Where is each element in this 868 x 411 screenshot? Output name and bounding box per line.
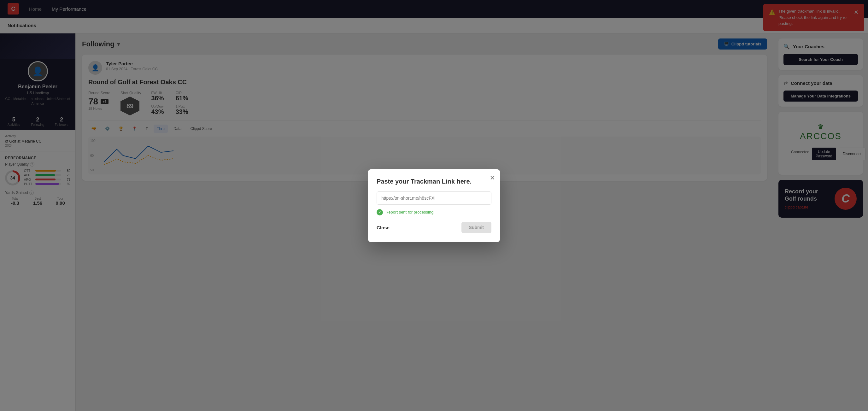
trackman-link-input[interactable]	[377, 191, 491, 205]
modal-title: Paste your Trackman Link here.	[377, 178, 491, 185]
success-check-icon: ✓	[377, 209, 383, 215]
modal-overlay: Paste your Trackman Link here. ✕ ✓ Repor…	[0, 0, 868, 411]
success-row: ✓ Report sent for processing	[377, 209, 491, 215]
modal-close-button[interactable]: Close	[377, 222, 390, 233]
modal-close-x-button[interactable]: ✕	[490, 174, 495, 182]
modal-actions: Close Submit	[377, 222, 491, 233]
trackman-modal: Paste your Trackman Link here. ✕ ✓ Repor…	[368, 169, 500, 242]
modal-submit-button[interactable]: Submit	[461, 222, 491, 233]
success-message: Report sent for processing	[385, 210, 433, 215]
